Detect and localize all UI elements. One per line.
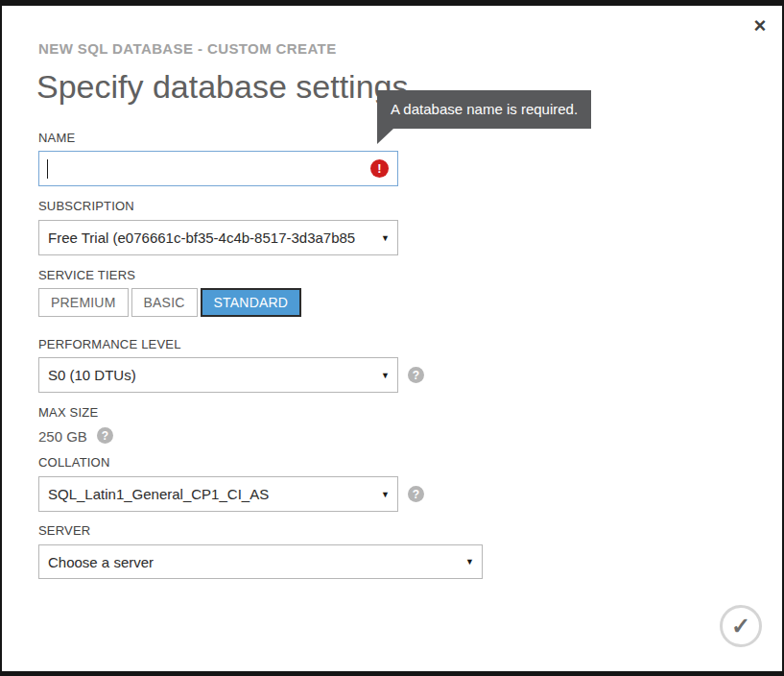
frame-border-bottom	[0, 671, 784, 676]
service-tiers-label: SERVICE TIERS	[38, 268, 135, 282]
subscription-select-value: Free Trial (e076661c-bf35-4c4b-8517-3d3a…	[48, 229, 355, 246]
frame-border-left	[0, 0, 2, 676]
performance-level-help-icon[interactable]: ?	[408, 367, 424, 383]
server-select[interactable]: Choose a server ▼	[38, 544, 483, 579]
performance-level-label: PERFORMANCE LEVEL	[38, 337, 181, 351]
error-icon: !	[370, 159, 389, 178]
performance-level-select[interactable]: S0 (10 DTUs) ▼	[38, 357, 398, 393]
close-button[interactable]: ×	[747, 12, 773, 39]
chevron-down-icon: ▼	[465, 557, 474, 567]
text-caret	[47, 159, 48, 179]
server-select-value: Choose a server	[48, 554, 154, 570]
max-size-value: 250 GB	[38, 428, 87, 445]
service-tiers-group: PREMIUM BASIC STANDARD	[38, 288, 301, 317]
dialog-eyebrow-title: NEW SQL DATABASE - CUSTOM CREATE	[38, 40, 337, 57]
page-title: Specify database settings	[36, 68, 408, 106]
chevron-down-icon: ▼	[381, 371, 390, 380]
collation-select-value: SQL_Latin1_General_CP1_CI_AS	[48, 486, 269, 502]
subscription-label: SUBSCRIPTION	[38, 199, 134, 213]
tier-button-standard[interactable]: STANDARD	[201, 288, 302, 317]
max-size-label: MAX SIZE	[38, 405, 98, 420]
confirm-button[interactable]: ✓	[720, 605, 762, 647]
new-sql-database-dialog: × NEW SQL DATABASE - CUSTOM CREATE Speci…	[0, 0, 784, 676]
collation-help-icon[interactable]: ?	[408, 486, 424, 502]
frame-border-top	[0, 0, 784, 6]
close-icon: ×	[754, 13, 767, 38]
max-size-help-icon[interactable]: ?	[97, 427, 113, 444]
check-icon: ✓	[731, 613, 750, 640]
collation-label: COLLATION	[38, 455, 110, 470]
subscription-select[interactable]: Free Trial (e076661c-bf35-4c4b-8517-3d3a…	[38, 220, 398, 255]
tier-button-basic[interactable]: BASIC	[131, 288, 198, 317]
chevron-down-icon: ▼	[381, 233, 390, 243]
validation-tooltip: A database name is required.	[377, 90, 591, 144]
validation-tooltip-text: A database name is required.	[377, 90, 591, 129]
performance-level-select-value: S0 (10 DTUs)	[48, 367, 136, 383]
tier-button-premium[interactable]: PREMIUM	[38, 288, 129, 317]
server-label: SERVER	[38, 523, 90, 538]
validation-tooltip-pointer	[377, 129, 393, 144]
name-input[interactable]: !	[38, 151, 398, 186]
chevron-down-icon: ▼	[381, 490, 390, 499]
collation-select[interactable]: SQL_Latin1_General_CP1_CI_AS ▼	[38, 476, 398, 512]
name-label: NAME	[38, 131, 75, 145]
